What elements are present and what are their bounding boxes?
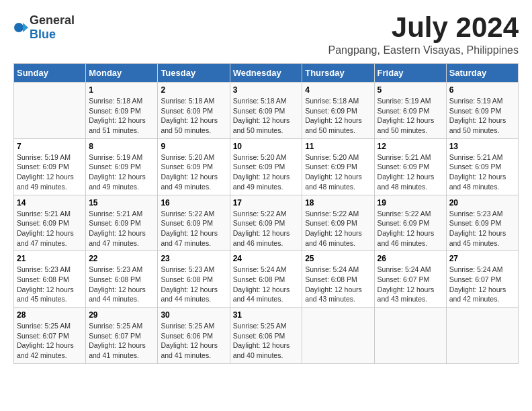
day-info: Sunrise: 5:18 AM Sunset: 6:09 PM Dayligh…: [305, 96, 371, 136]
day-number: 2: [161, 85, 226, 95]
day-number: 21: [17, 254, 83, 263]
calendar-cell: 27Sunrise: 5:24 AM Sunset: 6:07 PM Dayli…: [446, 251, 518, 308]
calendar-cell: [374, 308, 446, 364]
svg-marker-1: [23, 23, 28, 32]
day-number: 22: [89, 254, 154, 263]
subtitle: Pangpang, Eastern Visayas, Philippines: [328, 44, 519, 56]
calendar-cell: 31Sunrise: 5:25 AM Sunset: 6:06 PM Dayli…: [230, 308, 302, 364]
calendar-cell: 1Sunrise: 5:18 AM Sunset: 6:09 PM Daylig…: [86, 83, 158, 139]
day-number: 31: [233, 310, 300, 320]
logo-text-general: General: [30, 13, 75, 27]
day-number: 13: [449, 142, 515, 151]
day-number: 10: [233, 142, 300, 151]
calendar-cell: 4Sunrise: 5:18 AM Sunset: 6:09 PM Daylig…: [302, 83, 374, 139]
calendar-cell: 23Sunrise: 5:23 AM Sunset: 6:08 PM Dayli…: [158, 251, 230, 308]
day-number: 14: [17, 198, 83, 208]
calendar-cell: 7Sunrise: 5:19 AM Sunset: 6:09 PM Daylig…: [14, 138, 86, 195]
column-header-saturday: Saturday: [446, 64, 518, 83]
day-info: Sunrise: 5:22 AM Sunset: 6:09 PM Dayligh…: [305, 209, 371, 248]
day-info: Sunrise: 5:23 AM Sunset: 6:08 PM Dayligh…: [17, 265, 83, 304]
calendar-cell: 3Sunrise: 5:18 AM Sunset: 6:09 PM Daylig…: [230, 83, 302, 139]
calendar-cell: 19Sunrise: 5:22 AM Sunset: 6:09 PM Dayli…: [374, 195, 446, 251]
day-number: 12: [378, 142, 443, 151]
calendar-header-row: SundayMondayTuesdayWednesdayThursdayFrid…: [14, 64, 519, 83]
week-row-2: 7Sunrise: 5:19 AM Sunset: 6:09 PM Daylig…: [14, 138, 519, 195]
logo-text-blue: Blue: [30, 28, 56, 41]
calendar-cell: 9Sunrise: 5:20 AM Sunset: 6:09 PM Daylig…: [158, 138, 230, 195]
day-info: Sunrise: 5:23 AM Sunset: 6:08 PM Dayligh…: [89, 265, 154, 304]
column-header-thursday: Thursday: [302, 64, 374, 83]
day-number: 11: [305, 142, 371, 151]
day-info: Sunrise: 5:21 AM Sunset: 6:09 PM Dayligh…: [17, 209, 83, 248]
column-header-friday: Friday: [374, 64, 446, 83]
day-number: 27: [449, 254, 515, 263]
column-header-wednesday: Wednesday: [230, 64, 302, 83]
day-number: 30: [161, 310, 226, 320]
day-info: Sunrise: 5:22 AM Sunset: 6:09 PM Dayligh…: [233, 209, 300, 248]
day-info: Sunrise: 5:24 AM Sunset: 6:07 PM Dayligh…: [449, 265, 515, 304]
calendar-cell: 26Sunrise: 5:24 AM Sunset: 6:07 PM Dayli…: [374, 251, 446, 308]
day-info: Sunrise: 5:20 AM Sunset: 6:09 PM Dayligh…: [161, 152, 226, 192]
day-info: Sunrise: 5:20 AM Sunset: 6:09 PM Dayligh…: [233, 152, 300, 192]
day-number: 26: [378, 254, 443, 263]
calendar-cell: 13Sunrise: 5:21 AM Sunset: 6:09 PM Dayli…: [446, 138, 518, 195]
day-info: Sunrise: 5:22 AM Sunset: 6:09 PM Dayligh…: [161, 209, 226, 248]
column-header-tuesday: Tuesday: [158, 64, 230, 83]
day-info: Sunrise: 5:25 AM Sunset: 6:06 PM Dayligh…: [161, 321, 226, 361]
calendar-cell: 17Sunrise: 5:22 AM Sunset: 6:09 PM Dayli…: [230, 195, 302, 251]
day-info: Sunrise: 5:23 AM Sunset: 6:09 PM Dayligh…: [449, 209, 515, 248]
calendar-cell: 18Sunrise: 5:22 AM Sunset: 6:09 PM Dayli…: [302, 195, 374, 251]
day-number: 9: [161, 142, 226, 151]
day-info: Sunrise: 5:19 AM Sunset: 6:09 PM Dayligh…: [449, 96, 515, 136]
week-row-1: 1Sunrise: 5:18 AM Sunset: 6:09 PM Daylig…: [14, 83, 519, 139]
calendar-cell: 28Sunrise: 5:25 AM Sunset: 6:07 PM Dayli…: [14, 308, 86, 364]
calendar-cell: 14Sunrise: 5:21 AM Sunset: 6:09 PM Dayli…: [14, 195, 86, 251]
calendar-cell: 10Sunrise: 5:20 AM Sunset: 6:09 PM Dayli…: [230, 138, 302, 195]
calendar-body: 1Sunrise: 5:18 AM Sunset: 6:09 PM Daylig…: [14, 83, 519, 364]
day-number: 18: [305, 198, 371, 208]
calendar-cell: 16Sunrise: 5:22 AM Sunset: 6:09 PM Dayli…: [158, 195, 230, 251]
day-info: Sunrise: 5:19 AM Sunset: 6:09 PM Dayligh…: [17, 152, 83, 192]
main-title: July 2024: [328, 13, 519, 42]
day-number: 8: [89, 142, 154, 151]
day-number: 15: [89, 198, 154, 208]
week-row-5: 28Sunrise: 5:25 AM Sunset: 6:07 PM Dayli…: [14, 308, 519, 364]
day-number: 16: [161, 198, 226, 208]
day-info: Sunrise: 5:18 AM Sunset: 6:09 PM Dayligh…: [233, 96, 300, 136]
calendar-cell: [446, 308, 518, 364]
day-info: Sunrise: 5:23 AM Sunset: 6:08 PM Dayligh…: [161, 265, 226, 304]
logo-icon: [13, 20, 28, 35]
day-number: 29: [89, 310, 154, 320]
day-info: Sunrise: 5:25 AM Sunset: 6:07 PM Dayligh…: [89, 321, 154, 361]
week-row-3: 14Sunrise: 5:21 AM Sunset: 6:09 PM Dayli…: [14, 195, 519, 251]
calendar-cell: 15Sunrise: 5:21 AM Sunset: 6:09 PM Dayli…: [86, 195, 158, 251]
column-header-sunday: Sunday: [14, 64, 86, 83]
calendar-cell: 22Sunrise: 5:23 AM Sunset: 6:08 PM Dayli…: [86, 251, 158, 308]
day-info: Sunrise: 5:24 AM Sunset: 6:07 PM Dayligh…: [378, 265, 443, 304]
calendar-cell: 11Sunrise: 5:20 AM Sunset: 6:09 PM Dayli…: [302, 138, 374, 195]
day-number: 1: [89, 85, 154, 95]
day-number: 23: [161, 254, 226, 263]
day-number: 7: [17, 142, 83, 151]
day-number: 24: [233, 254, 300, 263]
day-number: 3: [233, 85, 300, 95]
header: General Blue July 2024 Pangpang, Eastern…: [13, 13, 519, 56]
calendar-cell: 2Sunrise: 5:18 AM Sunset: 6:09 PM Daylig…: [158, 83, 230, 139]
calendar-cell: 5Sunrise: 5:19 AM Sunset: 6:09 PM Daylig…: [374, 83, 446, 139]
day-info: Sunrise: 5:19 AM Sunset: 6:09 PM Dayligh…: [89, 152, 154, 192]
day-number: 19: [378, 198, 443, 208]
logo: General Blue: [13, 13, 75, 42]
day-info: Sunrise: 5:19 AM Sunset: 6:09 PM Dayligh…: [378, 96, 443, 136]
day-info: Sunrise: 5:21 AM Sunset: 6:09 PM Dayligh…: [89, 209, 154, 248]
week-row-4: 21Sunrise: 5:23 AM Sunset: 6:08 PM Dayli…: [14, 251, 519, 308]
title-area: July 2024 Pangpang, Eastern Visayas, Phi…: [328, 13, 519, 56]
day-info: Sunrise: 5:24 AM Sunset: 6:08 PM Dayligh…: [305, 265, 371, 304]
calendar-table: SundayMondayTuesdayWednesdayThursdayFrid…: [13, 63, 519, 364]
svg-point-0: [14, 23, 24, 32]
day-info: Sunrise: 5:20 AM Sunset: 6:09 PM Dayligh…: [305, 152, 371, 192]
calendar-cell: 6Sunrise: 5:19 AM Sunset: 6:09 PM Daylig…: [446, 83, 518, 139]
calendar-cell: [14, 83, 86, 139]
day-info: Sunrise: 5:18 AM Sunset: 6:09 PM Dayligh…: [89, 96, 154, 136]
day-info: Sunrise: 5:25 AM Sunset: 6:07 PM Dayligh…: [17, 321, 83, 361]
calendar-cell: 24Sunrise: 5:24 AM Sunset: 6:08 PM Dayli…: [230, 251, 302, 308]
